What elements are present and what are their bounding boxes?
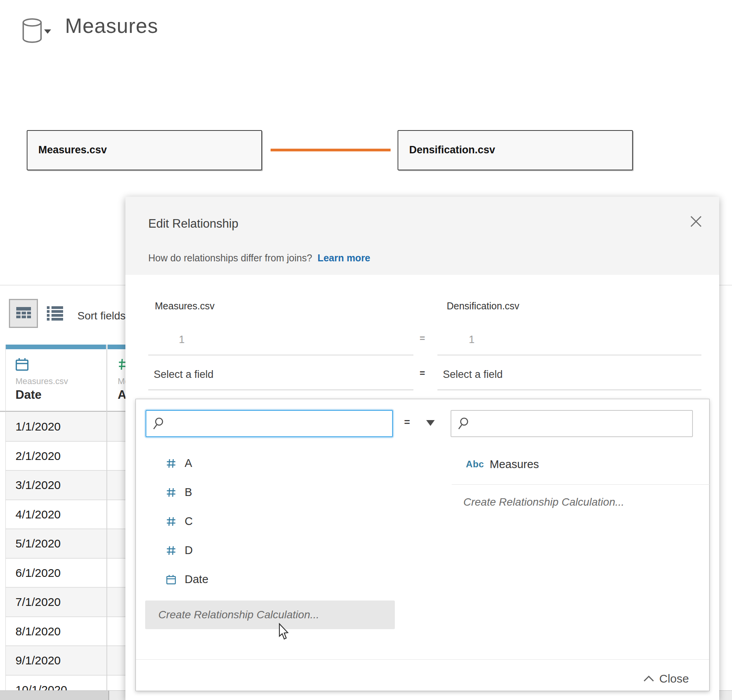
date-cell: 5/1/2020 [6,529,135,558]
table-node-densification[interactable]: Densification.csv [398,130,633,170]
date-icon [166,575,176,585]
page-title: Measures [65,14,158,38]
left-cardinality-field[interactable]: 1 [148,324,413,355]
table-row: 8/1/2020 [6,617,135,647]
column-field-name: Date [15,388,68,402]
number-icon [166,487,176,498]
field-item-d[interactable]: D [157,536,389,565]
table-row: 6/1/2020 [6,559,135,588]
number-icon [166,516,176,527]
calendar-icon [15,358,29,371]
string-icon: Abc [465,459,485,469]
date-cell: 4/1/2020 [6,500,135,528]
horizontal-scrollbar-thumb[interactable] [0,691,109,700]
create-relationship-calculation-right[interactable]: Create Relationship Calculation... [463,492,624,512]
grid-icon [16,307,31,321]
date-cell: 10/1/2020 [6,676,135,691]
table-row: 3/1/2020 [6,471,135,500]
table-row: 1/1/2020 [6,412,135,442]
table-row: 2/1/2020 [6,442,135,471]
chevron-down-icon[interactable] [44,29,51,34]
field-label: Measures [490,458,539,471]
data-preview-rows: 1/1/20202/1/20203/1/20204/1/20205/1/2020… [6,412,135,690]
right-search-box [451,410,693,437]
table-node-label: Measures.csv [27,131,261,169]
column-table-name: Measures.csv [15,376,68,386]
field-picker-panel: = ABCDDate AbcMeasures Create Relationsh… [135,399,710,691]
left-select-field-text: Select a field [148,359,413,389]
divider [5,345,6,690]
grid-view-button[interactable] [9,299,38,328]
dialog-title: Edit Relationship [148,217,238,231]
create-calc-label: Create Relationship Calculation... [145,600,395,629]
picker-operator: = [404,416,410,428]
divider [0,411,135,412]
field-item-b[interactable]: B [157,478,389,507]
date-cell: 3/1/2020 [6,471,135,499]
divider [106,345,107,690]
date-cell: 2/1/2020 [6,442,135,470]
close-label: Close [659,672,689,685]
field-label: C [185,515,193,528]
date-cell: 1/1/2020 [6,412,135,441]
right-cardinality-value: 1 [437,324,701,355]
number-icon [166,458,176,468]
right-select-field[interactable]: Select a field [437,359,701,390]
divider [136,659,709,660]
field-item-date[interactable]: Date [157,565,389,594]
right-select-field-text: Select a field [437,359,701,389]
relationships-question-text: How do relationships differ from joins? [148,252,312,263]
date-cell: 9/1/2020 [6,646,135,674]
table-row: 4/1/2020 [6,500,135,530]
left-select-field[interactable]: Select a field [148,359,413,390]
dialog-subtitle: How do relationships differ from joins?L… [148,251,370,265]
table-row: 7/1/2020 [6,588,135,617]
left-search-input[interactable] [146,411,392,436]
column-selection-bar [6,345,106,349]
dialog-left-table-label: Measures.csv [155,299,214,313]
edit-relationship-dialog: Edit Relationship How do relationships d… [125,197,719,700]
list-icon [47,306,63,321]
table-node-measures[interactable]: Measures.csv [27,130,262,170]
mouse-cursor [278,623,290,641]
left-field-list: ABCDDate [157,449,389,594]
right-field-list: AbcMeasures [459,456,699,473]
column-header-date[interactable]: Measures.csv Date [15,358,68,402]
create-relationship-calculation-left[interactable]: Create Relationship Calculation... [145,600,395,629]
table-row: 10/1/2020 [6,676,135,691]
field-label: B [185,486,192,499]
field-label: A [185,457,192,470]
database-icon[interactable] [22,18,42,43]
divider [452,484,710,485]
field-item-measures[interactable]: AbcMeasures [459,456,699,473]
dialog-right-table-label: Densification.csv [447,299,519,313]
close-icon[interactable] [689,214,703,228]
close-picker-button[interactable]: Close [643,669,689,688]
learn-more-link[interactable]: Learn more [317,252,370,263]
date-cell: 6/1/2020 [6,559,135,587]
right-cardinality-field[interactable]: 1 [437,324,701,355]
list-view-button[interactable] [47,306,63,321]
cardinality-operator: = [417,333,428,344]
field-label: Date [185,573,208,586]
field-item-c[interactable]: C [157,507,389,536]
left-cardinality-value: 1 [148,324,413,355]
field-item-a[interactable]: A [157,449,389,478]
field-operator: = [417,368,428,379]
table-row: 5/1/2020 [6,529,135,559]
number-icon [166,546,176,556]
date-cell: 7/1/2020 [6,588,135,616]
field-label: D [185,544,193,557]
date-cell: 8/1/2020 [6,617,135,645]
relationship-connector[interactable] [271,149,391,151]
sort-fields-dropdown[interactable]: Sort fields [77,308,126,324]
table-node-label: Densification.csv [398,131,632,169]
table-row: 9/1/2020 [6,646,135,676]
right-search-input[interactable] [451,411,692,436]
operator-dropdown-icon[interactable] [426,420,435,426]
chevron-up-icon [643,675,655,683]
left-search-box [146,410,393,437]
